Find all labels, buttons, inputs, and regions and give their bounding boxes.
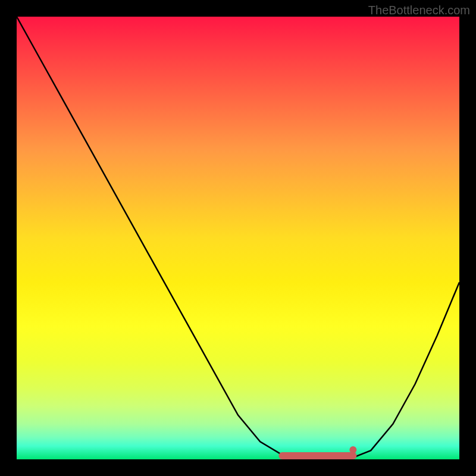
watermark-text: TheBottleneck.com bbox=[368, 4, 470, 17]
chart-plot-area bbox=[17, 17, 459, 459]
bottleneck-curve bbox=[17, 17, 459, 459]
svg-point-0 bbox=[349, 446, 356, 453]
